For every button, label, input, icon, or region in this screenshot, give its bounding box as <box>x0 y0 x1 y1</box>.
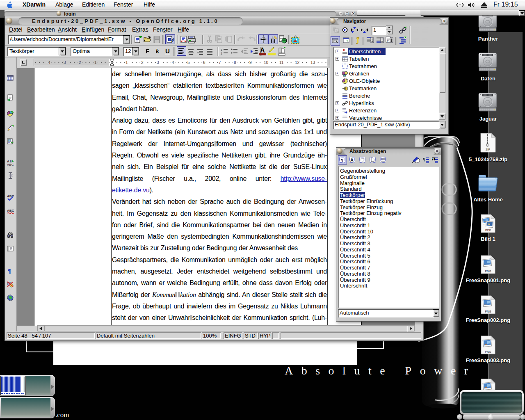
svg-text:A: A <box>350 158 354 162</box>
svg-text:1: 1 <box>221 48 222 51</box>
svg-text:¶: ¶ <box>8 268 11 274</box>
svg-text:PNG: PNG <box>485 270 491 273</box>
svg-text:ZIP: ZIP <box>486 148 490 151</box>
svg-text:¶: ¶ <box>432 158 434 161</box>
svg-text:¶: ¶ <box>423 157 425 162</box>
svg-text:PDF: PDF <box>485 229 491 232</box>
svg-text:♪: ♪ <box>386 38 388 43</box>
svg-text:ABC: ABC <box>7 163 14 166</box>
svg-text:ABC: ABC <box>7 209 14 212</box>
svg-text:B: B <box>10 160 12 163</box>
svg-text:2: 2 <box>221 52 222 55</box>
svg-text:¶: ¶ <box>341 158 343 162</box>
